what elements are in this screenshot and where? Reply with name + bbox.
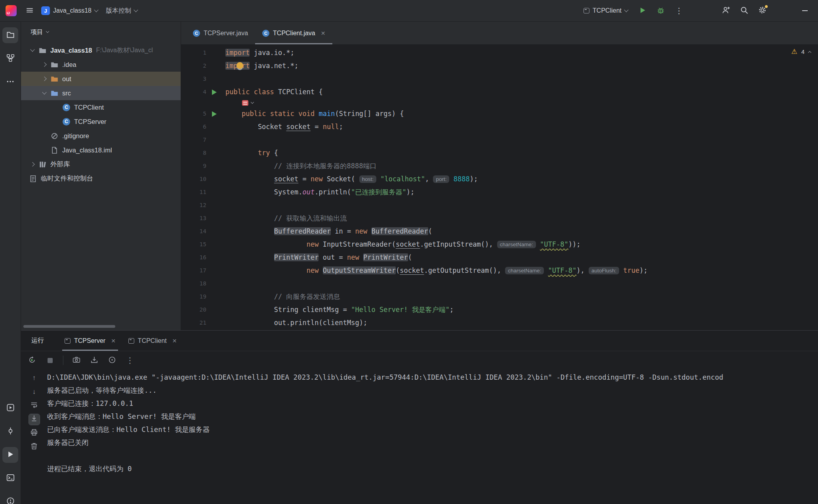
chevron-right-icon[interactable] [38,77,50,80]
editor-tab[interactable]: CTCPClient.java✕ [255,22,332,44]
gutter[interactable] [210,72,225,86]
code-line[interactable]: 12 [181,199,818,212]
rerun-button[interactable] [27,356,37,365]
console-output[interactable]: D:\IDEA\JDK\bin\java.exe "-javaagent:D:\… [47,369,818,504]
code-line[interactable]: 10 socket = new Socket( host: "localhost… [181,173,818,186]
close-icon[interactable]: ✕ [172,338,177,344]
horizontal-scrollbar[interactable] [23,325,115,328]
run-button[interactable] [635,3,650,18]
project-tool-button[interactable] [2,27,18,43]
line-number[interactable]: 8 [181,146,210,160]
code-line[interactable]: 5 public static void main(String[] args)… [181,107,818,120]
project-panel-header[interactable]: 项目 [21,22,181,42]
search-everywhere-button[interactable] [736,3,751,18]
code-line[interactable]: 8 try { [181,146,818,160]
chevron-right-icon[interactable] [38,63,50,66]
line-number[interactable]: 3 [181,72,210,86]
tree-item[interactable]: src [21,86,181,100]
line-number[interactable]: 1 [181,46,210,59]
code-line[interactable]: 4public class TCPClient { [181,86,818,99]
code-line[interactable]: 3 [181,72,818,86]
close-icon[interactable]: ✕ [111,338,116,344]
run-gutter-icon[interactable] [212,111,217,117]
code-line[interactable]: 9 // 连接到本地服务器的8888端口 [181,160,818,173]
line-number[interactable]: 7 [181,133,210,146]
run-tab[interactable]: TCPClient✕ [122,331,183,351]
line-number[interactable]: 5 [181,107,210,120]
line-number[interactable]: 6 [181,120,210,133]
line-number[interactable]: 15 [181,238,210,251]
line-number[interactable]: 16 [181,251,210,264]
tree-item[interactable]: Java_class18F:\Java教材\Java_cl [21,43,181,57]
minimize-button[interactable] [797,3,812,18]
gutter[interactable] [210,160,225,173]
gutter[interactable] [210,133,225,146]
print-button[interactable] [29,428,40,439]
commit-tool-button[interactable] [2,424,18,439]
code-line[interactable]: 19 // 向服务器发送消息 [181,290,818,303]
code-line[interactable]: 7 [181,133,818,146]
code-line[interactable]: 6 Socket socket = null; [181,120,818,133]
line-number[interactable]: 4 [181,86,210,99]
code-with-me-button[interactable] [718,3,733,18]
gutter[interactable] [210,120,225,133]
line-number[interactable]: 18 [181,277,210,290]
terminal-tool-button[interactable] [2,470,18,486]
code-line[interactable]: 1import java.io.*; [181,46,818,59]
scroll-up-button[interactable]: ↑ [29,373,40,383]
gutter[interactable] [210,225,225,238]
editor[interactable]: 1import java.io.*;2import java.net.*;34p… [181,45,818,330]
intention-bulb-icon[interactable] [236,62,243,69]
gutter[interactable] [210,303,225,316]
inlay-hint-row[interactable] [181,99,818,107]
line-number[interactable]: 13 [181,212,210,225]
structure-tool-button[interactable] [2,51,18,67]
code-line[interactable]: 11 System.out.println("已连接到服务器"); [181,186,818,199]
line-number[interactable]: 14 [181,225,210,238]
run-config-selector[interactable]: TCPClient [580,4,632,17]
line-number[interactable]: 10 [181,173,210,186]
gutter[interactable] [210,316,225,329]
run-tab[interactable]: TCPServer✕ [58,331,122,351]
run-tool-button[interactable] [2,447,18,463]
gutter[interactable] [210,212,225,225]
line-number[interactable]: 19 [181,290,210,303]
gutter[interactable] [210,107,225,120]
line-number[interactable]: 12 [181,199,210,212]
code-line[interactable]: 16 PrintWriter out = new PrintWriter( [181,251,818,264]
tree-item[interactable]: .idea [21,57,181,72]
clear-console-button[interactable] [29,442,40,453]
code-line[interactable]: 13 // 获取输入流和输出流 [181,212,818,225]
gutter[interactable] [210,99,225,107]
services-tool-button[interactable] [2,400,18,416]
tree-item[interactable]: 外部库 [21,157,181,171]
tree-item[interactable]: CTCPServer [21,114,181,129]
line-number[interactable]: 21 [181,316,210,329]
inspections-widget[interactable]: ⚠ 4 [791,48,811,55]
code-line[interactable]: 21 out.println(clientMsg); [181,316,818,329]
code-line[interactable]: 18 [181,277,818,290]
editor-tab[interactable]: CTCPServer.java [186,22,255,44]
chevron-down-icon[interactable] [38,92,50,94]
scroll-down-button[interactable]: ↓ [29,386,40,397]
gutter[interactable] [210,46,225,59]
gutter[interactable] [210,146,225,160]
gutter[interactable] [210,251,225,264]
vcs-selector[interactable]: 版本控制 [102,4,141,18]
tree-item[interactable]: CTCPClient [21,100,181,114]
line-number[interactable] [181,99,210,107]
gutter[interactable] [210,186,225,199]
main-menu-button[interactable] [22,3,37,18]
tree-item[interactable]: Java_class18.iml [21,143,181,157]
thread-dump-button[interactable] [72,356,81,365]
gutter[interactable] [210,277,225,290]
chevron-down-icon[interactable] [27,49,38,51]
more-actions-button[interactable]: ⋮ [671,3,686,18]
line-number[interactable]: 2 [181,59,210,72]
coverage-button[interactable] [107,356,117,365]
import-layout-button[interactable] [90,356,99,365]
gutter[interactable] [210,264,225,277]
code-line[interactable]: 15 new InputStreamReader(socket.getInput… [181,238,818,251]
code-line[interactable]: 17 new OutputStreamWriter(socket.getOutp… [181,264,818,277]
settings-button[interactable] [755,3,770,18]
